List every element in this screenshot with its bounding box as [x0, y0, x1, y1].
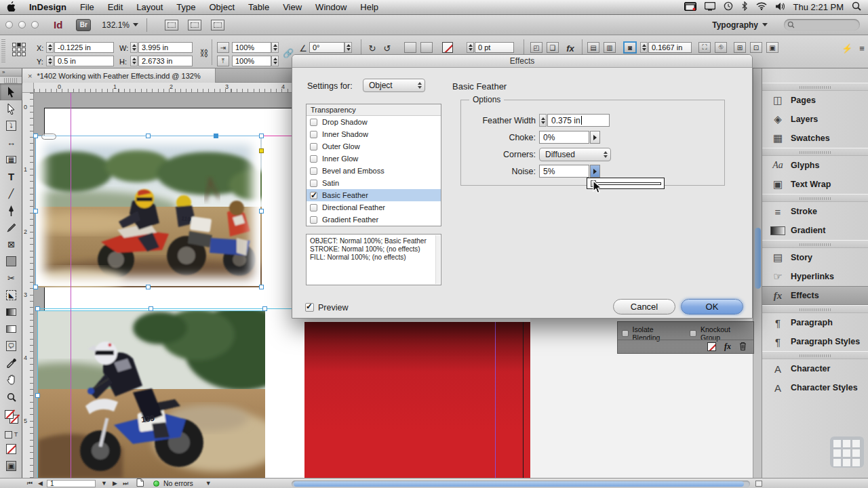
w-stepper[interactable]	[130, 42, 138, 53]
workspace-switcher[interactable]: Typography	[712, 20, 768, 30]
dock-group-grip[interactable]	[762, 240, 868, 248]
ok-button[interactable]: OK	[681, 299, 743, 314]
cancel-button[interactable]: Cancel	[613, 299, 675, 314]
dock-item-hyperlinks[interactable]: ☞Hyperlinks	[762, 267, 868, 286]
note-tool[interactable]: 🗩	[0, 338, 22, 354]
fit-frame-icon[interactable]: ⛗	[715, 42, 727, 53]
dock-item-glyphs[interactable]: AaGlyphs	[762, 156, 868, 175]
horizontal-scrollbar[interactable]	[292, 481, 750, 487]
column-guide-violet[interactable]	[495, 322, 496, 478]
formatting-affects-buttons[interactable]: T	[0, 428, 22, 441]
stroke-weight-stepper[interactable]	[467, 42, 474, 53]
feather-width-stepper[interactable]	[539, 114, 547, 127]
selection-handle[interactable]	[35, 393, 40, 398]
bridge-button[interactable]: Br	[76, 19, 91, 31]
frame-tool[interactable]: ⊠	[0, 236, 22, 253]
apply-none-button[interactable]	[0, 441, 22, 458]
effect-row-outer-glow[interactable]: Outer Glow	[307, 140, 441, 152]
reference-point-proxy[interactable]	[12, 43, 27, 58]
content-grabber[interactable]	[41, 134, 56, 140]
effect-checkbox[interactable]	[310, 204, 317, 211]
menu-window[interactable]: Window	[309, 2, 353, 12]
selection-handle[interactable]	[146, 134, 151, 138]
selection-handle[interactable]	[259, 134, 264, 138]
auto-fit-icon[interactable]: ▣	[766, 42, 778, 53]
selection-handle[interactable]	[259, 285, 264, 289]
fx-icon[interactable]: fx	[724, 342, 731, 352]
vertical-scrollbar-thumb[interactable]	[755, 228, 761, 289]
selection-handle[interactable]	[262, 306, 267, 311]
window-resize-icon[interactable]	[755, 481, 762, 487]
line-tool[interactable]: ╱	[0, 185, 22, 202]
previous-page-button[interactable]: ◀	[38, 480, 43, 487]
preview-checkbox[interactable]	[305, 303, 314, 312]
x-field[interactable]: -0.1225 in	[54, 42, 114, 53]
dock-item-paragraph-styles[interactable]: ¶Paragraph Styles	[762, 332, 868, 351]
last-page-button[interactable]: ⏭	[123, 480, 128, 487]
fit-content-icon[interactable]: ⛶	[698, 42, 711, 53]
effect-row-basic-feather[interactable]: Basic Feather	[307, 189, 441, 201]
page-dropdown[interactable]: ▼	[101, 480, 107, 487]
scale-x-stepper[interactable]	[271, 42, 279, 53]
search-input[interactable]	[784, 19, 860, 30]
effect-checkbox[interactable]	[310, 131, 317, 138]
dock-item-gradient[interactable]: Gradient	[762, 221, 868, 240]
no-text-wrap-icon[interactable]: ▤	[587, 42, 599, 53]
palette-expand-icon[interactable]: »	[0, 68, 22, 77]
pencil-tool[interactable]	[0, 219, 22, 236]
selection-handle[interactable]	[33, 134, 38, 138]
bluetooth-icon[interactable]	[741, 1, 748, 13]
noise-slider-button[interactable]	[590, 165, 600, 178]
dock-item-story[interactable]: ▤Story	[762, 248, 868, 267]
preview-mode-button[interactable]: ▣	[0, 458, 22, 474]
fill-stroke-swatches[interactable]	[0, 405, 22, 428]
dock-group-grip[interactable]	[762, 351, 868, 359]
arrange-documents-button[interactable]	[211, 20, 224, 30]
menu-view[interactable]: View	[276, 2, 309, 12]
selection-handle-active[interactable]	[214, 134, 218, 138]
menu-file[interactable]: File	[73, 2, 101, 12]
photo-motocross-group[interactable]: 110	[35, 136, 261, 287]
settings-for-popup[interactable]: Object	[363, 79, 425, 92]
menu-object[interactable]: Object	[203, 2, 242, 12]
feather-width-field[interactable]: 0.375 in	[547, 114, 610, 127]
rotate-ccw-icon[interactable]: ↺	[381, 43, 393, 54]
effect-checkbox[interactable]	[310, 180, 317, 187]
dock-group-grip[interactable]	[762, 148, 868, 156]
effect-checkbox[interactable]	[310, 155, 317, 163]
volume-icon[interactable]	[775, 2, 785, 13]
dock-item-effects[interactable]: fxEffects	[762, 286, 868, 305]
spotlight-icon[interactable]	[852, 1, 861, 13]
dock-item-paragraph[interactable]: ¶Paragraph	[762, 313, 868, 332]
direct-selection-tool[interactable]	[0, 100, 22, 117]
panel-grip[interactable]	[1, 39, 5, 64]
noise-slider-track[interactable]	[591, 182, 661, 185]
display-icon[interactable]	[705, 2, 715, 13]
rotation-stepper[interactable]	[344, 42, 352, 53]
noise-field[interactable]: 5%	[539, 165, 589, 178]
selection-handle[interactable]	[149, 306, 153, 311]
rectangle-tool[interactable]	[0, 253, 22, 270]
center-content-icon[interactable]: ⊡	[750, 42, 762, 53]
time-machine-icon[interactable]	[724, 1, 733, 13]
stroke-weight-field[interactable]: 0 pt	[475, 42, 514, 53]
effect-checkbox[interactable]	[310, 143, 317, 150]
dock-item-character[interactable]: ACharacter	[762, 359, 868, 378]
fill-swatch[interactable]	[5, 410, 14, 419]
vertical-ruler[interactable]: 0 1 2 3 4 5 6	[22, 93, 34, 478]
menu-type[interactable]: Type	[170, 2, 202, 12]
window-minimize-button[interactable]	[18, 21, 26, 28]
content-collector-tool[interactable]: ▦	[0, 151, 22, 168]
choke-field[interactable]: 0%	[539, 131, 589, 144]
w-field[interactable]: 3.995 in	[138, 42, 193, 53]
dock-item-swatches[interactable]: ▦Swatches	[762, 129, 868, 148]
apple-menu-icon[interactable]	[0, 1, 22, 14]
effects-fx-icon[interactable]: fx	[564, 43, 576, 54]
zoom-tool[interactable]	[0, 388, 22, 405]
scale-x-field[interactable]: 100%	[232, 42, 271, 53]
preflight-icon[interactable]	[136, 479, 144, 488]
dock-item-character-styles[interactable]: ACharacter Styles	[762, 378, 868, 397]
scale-y-field[interactable]: 100%	[232, 56, 271, 66]
select-content-icon[interactable]	[420, 42, 433, 53]
video-icon[interactable]	[684, 2, 696, 13]
